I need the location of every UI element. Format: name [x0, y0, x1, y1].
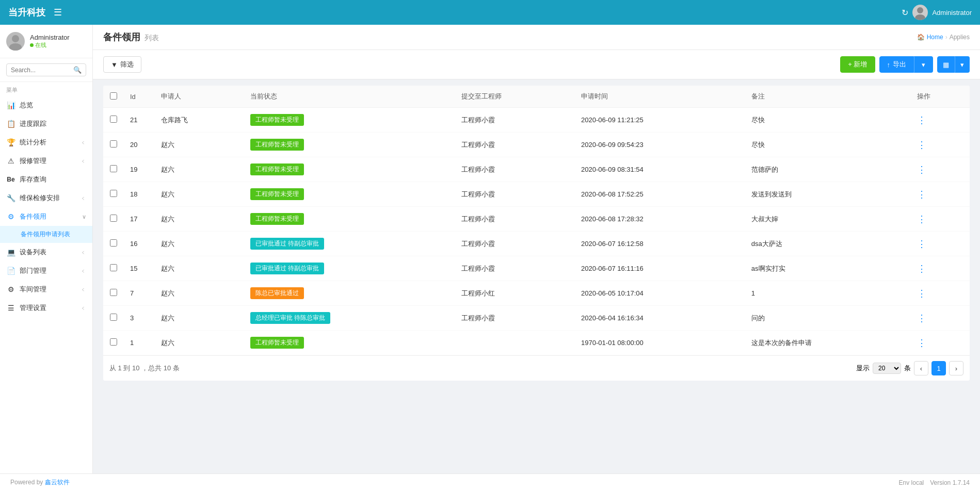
sidebar-item-maintenance[interactable]: 🔧 维保检修安排 ﹤	[0, 189, 92, 207]
status-badge: 已审批通过 待副总审批	[250, 263, 324, 274]
sidebar-item-equipment[interactable]: 💻 设备列表 ﹤	[0, 243, 92, 261]
prev-page-button[interactable]: ‹	[914, 361, 928, 375]
row-note: 发送到发送到	[745, 182, 911, 207]
export-btn-group: ↑ 导出 ▾	[879, 56, 934, 73]
action-menu-button[interactable]: ⋮	[917, 214, 926, 224]
refresh-icon[interactable]: ↻	[902, 8, 908, 18]
action-menu-button[interactable]: ⋮	[917, 288, 926, 299]
action-menu-button[interactable]: ⋮	[917, 239, 926, 249]
svg-point-2	[12, 35, 19, 42]
row-checkbox-cell	[103, 306, 124, 331]
menu-section-label: 菜单	[0, 82, 92, 96]
row-checkbox-cell	[103, 232, 124, 256]
sidebar-item-stats[interactable]: 🏆 统计分析 ﹤	[0, 133, 92, 152]
page-title: 备件领用	[103, 31, 140, 43]
sidebar-item-label: 备件领用	[20, 212, 46, 221]
row-engineer	[455, 331, 575, 355]
row-action: ⋮	[911, 256, 970, 281]
spare-icon: ⚙	[6, 212, 15, 221]
footer-link[interactable]: 鑫云软件	[45, 479, 70, 486]
row-note: 大叔大婶	[745, 207, 911, 232]
action-menu-button[interactable]: ⋮	[917, 338, 926, 348]
next-page-button[interactable]: ›	[949, 361, 963, 375]
action-menu-button[interactable]: ⋮	[917, 189, 926, 200]
export-dropdown-button[interactable]: ▾	[914, 56, 933, 73]
dept-icon: 📄	[6, 267, 15, 275]
export-button[interactable]: ↑ 导出	[879, 56, 914, 73]
pagination: 显示 20 50 100 条 ‹ 1 ›	[856, 361, 963, 375]
row-engineer: 工程师小霞	[455, 232, 575, 256]
breadcrumb: 🏠 Home › Applies	[917, 34, 970, 41]
page-1-button[interactable]: 1	[931, 361, 946, 375]
row-checkbox[interactable]	[110, 215, 117, 222]
row-status: 已审批通过 待副总审批	[244, 232, 455, 256]
sidebar-item-report[interactable]: ⚠ 报修管理 ﹤	[0, 152, 92, 170]
row-status: 总经理已审批 待陈总审批	[244, 306, 455, 331]
breadcrumb-home[interactable]: Home	[927, 34, 943, 41]
select-all-checkbox[interactable]	[110, 92, 117, 100]
table-row: 21 仓库路飞 工程师暂未受理 工程师小霞 2020-06-09 11:21:2…	[103, 108, 970, 133]
search-icon[interactable]: 🔍	[73, 66, 82, 74]
row-note: 1	[745, 281, 911, 306]
th-checkbox	[103, 86, 124, 108]
hamburger-icon[interactable]: ☰	[54, 7, 62, 18]
search-input[interactable]	[11, 67, 73, 74]
row-engineer: 工程师小霞	[455, 182, 575, 207]
sidebar-item-spare[interactable]: ⚙ 备件领用 ∨	[0, 207, 92, 226]
row-checkbox[interactable]	[110, 116, 117, 123]
row-action: ⋮	[911, 108, 970, 133]
row-checkbox-cell	[103, 331, 124, 355]
new-button[interactable]: + 新增	[840, 56, 875, 73]
sidebar-item-spare-list[interactable]: 备件领用申请列表	[0, 226, 92, 243]
row-checkbox[interactable]	[110, 190, 117, 197]
th-engineer: 提交至工程师	[455, 86, 575, 108]
cols-dropdown-button[interactable]: ▾	[955, 56, 970, 73]
content-area: 备件领用 列表 🏠 Home › Applies ▼ 筛选 + 新增	[93, 25, 980, 473]
row-checkbox[interactable]	[110, 264, 117, 271]
row-time: 2020-06-09 11:21:25	[575, 108, 745, 133]
page-subtitle: 列表	[144, 34, 159, 43]
row-checkbox[interactable]	[110, 314, 117, 321]
action-menu-button[interactable]: ⋮	[917, 140, 926, 150]
row-action: ⋮	[911, 306, 970, 331]
row-status: 工程师暂未受理	[244, 331, 455, 355]
search-input-wrap[interactable]: 🔍	[6, 63, 86, 76]
row-applicant: 赵六	[155, 207, 244, 232]
row-applicant: 赵六	[155, 331, 244, 355]
sidebar-item-progress[interactable]: 📋 进度跟踪	[0, 114, 92, 133]
sidebar-item-inventory[interactable]: Be 库存查询	[0, 170, 92, 189]
row-applicant: 赵六	[155, 133, 244, 157]
cols-button[interactable]: ▦	[937, 56, 955, 73]
row-checkbox[interactable]	[110, 165, 117, 172]
inventory-icon: Be	[6, 176, 15, 183]
sidebar-item-dashboard[interactable]: 📊 总览	[0, 96, 92, 114]
settings-icon: ☰	[6, 304, 15, 312]
row-applicant: 赵六	[155, 232, 244, 256]
filter-button[interactable]: ▼ 筛选	[103, 56, 141, 73]
sidebar-item-settings[interactable]: ☰ 管理设置 ﹤	[0, 299, 92, 317]
sidebar-item-dept[interactable]: 📄 部门管理 ﹤	[0, 261, 92, 280]
status-badge: 工程师暂未受理	[250, 213, 304, 225]
sidebar-item-workshop[interactable]: ⚙ 车间管理 ﹤	[0, 280, 92, 299]
sidebar-item-label: 进度跟踪	[20, 119, 46, 128]
row-action: ⋮	[911, 133, 970, 157]
row-checkbox[interactable]	[110, 140, 117, 148]
stats-icon: 🏆	[6, 138, 15, 146]
row-checkbox-cell	[103, 207, 124, 232]
row-id: 18	[124, 182, 155, 207]
row-status: 工程师暂未受理	[244, 133, 455, 157]
export-icon: ↑	[887, 61, 891, 69]
action-menu-button[interactable]: ⋮	[917, 165, 926, 175]
row-applicant: 赵六	[155, 306, 244, 331]
row-engineer: 工程师小霞	[455, 108, 575, 133]
row-id: 1	[124, 331, 155, 355]
action-menu-button[interactable]: ⋮	[917, 313, 926, 323]
row-checkbox[interactable]	[110, 338, 117, 346]
row-checkbox[interactable]	[110, 239, 117, 247]
table-row: 20 赵六 工程师暂未受理 工程师小霞 2020-06-09 09:54:23 …	[103, 133, 970, 157]
action-menu-button[interactable]: ⋮	[917, 264, 926, 274]
row-note: 范德萨的	[745, 157, 911, 182]
page-size-select[interactable]: 20 50 100	[873, 363, 901, 374]
action-menu-button[interactable]: ⋮	[917, 115, 926, 125]
row-checkbox[interactable]	[110, 289, 117, 296]
